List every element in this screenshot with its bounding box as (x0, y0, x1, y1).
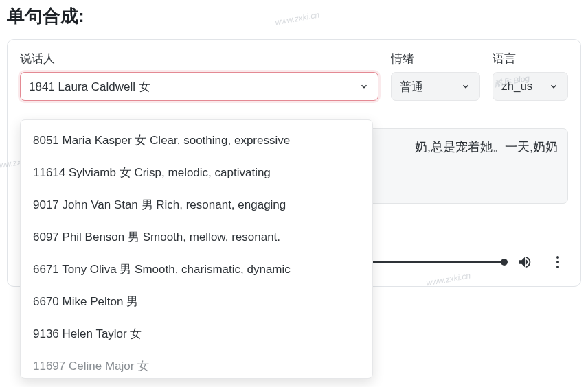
language-field: 语言 zh_us (493, 51, 568, 101)
speaker-label: 说话人 (20, 51, 378, 67)
language-select[interactable]: zh_us (493, 72, 568, 101)
language-label: 语言 (493, 51, 568, 67)
speaker-option[interactable]: 8051 Maria Kasper 女 Clear, soothing, exp… (21, 124, 372, 156)
emotion-field: 情绪 普通 (391, 51, 480, 101)
speaker-option[interactable]: 11614 Sylviamb 女 Crisp, melodic, captiva… (21, 156, 372, 189)
synthesis-panel: 说话人 1841 Laura Caldwell 女 情绪 普通 语言 zh_us (7, 39, 581, 287)
emotion-select[interactable]: 普通 (391, 72, 480, 101)
audio-actions (517, 255, 565, 270)
speaker-select[interactable]: 1841 Laura Caldwell 女 (20, 72, 378, 101)
speaker-selected-value: 1841 Laura Caldwell 女 (29, 79, 150, 95)
speaker-field: 说话人 1841 Laura Caldwell 女 (20, 51, 378, 101)
emotion-selected-value: 普通 (400, 79, 423, 95)
speaker-option[interactable]: 9136 Helen Taylor 女 (21, 318, 372, 350)
speaker-option[interactable]: 6097 Phil Benson 男 Smooth, mellow, reson… (21, 221, 372, 253)
emotion-label: 情绪 (391, 51, 480, 67)
speaker-option[interactable]: 9017 John Van Stan 男 Rich, resonant, eng… (21, 189, 372, 221)
language-selected-value: zh_us (501, 80, 532, 93)
page-title: 单句合成: (0, 0, 588, 39)
speaker-option[interactable]: 11697 Celine Major 女 (21, 350, 372, 374)
controls-row: 说话人 1841 Laura Caldwell 女 情绪 普通 语言 zh_us (20, 51, 568, 101)
volume-icon[interactable] (517, 255, 532, 270)
speaker-dropdown: 8051 Maria Kasper 女 Clear, soothing, exp… (20, 119, 373, 379)
kebab-menu-icon[interactable] (550, 255, 565, 270)
chevron-down-icon (460, 81, 471, 92)
speaker-option[interactable]: 6671 Tony Oliva 男 Smooth, charismatic, d… (21, 253, 372, 285)
speaker-option[interactable]: 6670 Mike Pelton 男 (21, 285, 372, 318)
chevron-down-icon (359, 81, 370, 92)
text-input-value: 奶,总是宠着她。一天,奶奶 (415, 140, 558, 154)
chevron-down-icon (548, 81, 559, 92)
